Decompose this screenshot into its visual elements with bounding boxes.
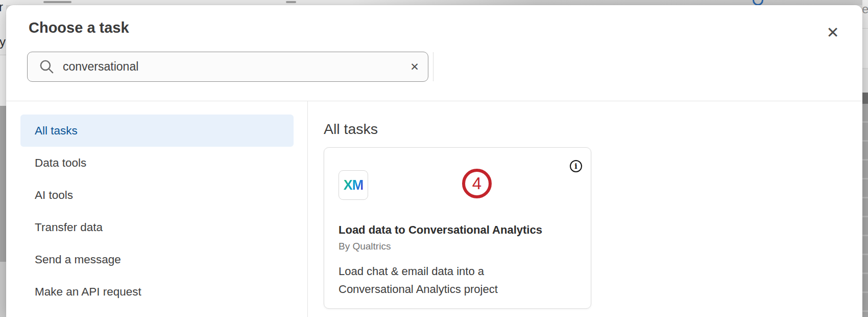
scrollbar-thumb[interactable] — [862, 93, 868, 104]
task-card-load-data-to-conversational-analytics[interactable]: XM 4 i Load data to Conversational Analy… — [324, 147, 591, 309]
background-clipped-text: e — [862, 2, 868, 16]
background-left-edge — [0, 262, 6, 317]
background-left-edge — [0, 55, 6, 106]
sidebar-item-label: All tasks — [35, 124, 78, 138]
sidebar-item-all-tasks[interactable]: All tasks — [20, 115, 294, 147]
background-right-edge — [862, 104, 868, 317]
modal-title: Choose a task — [29, 19, 129, 36]
search-input[interactable]: conversational ✕ — [27, 52, 428, 82]
sidebar-item-label: Data tools — [35, 156, 86, 170]
search-icon — [39, 59, 55, 75]
xm-logo-text: XM — [344, 177, 364, 193]
background-right-edge — [862, 69, 868, 93]
close-icon: ✕ — [826, 24, 839, 41]
search-input-value: conversational — [63, 60, 404, 74]
background-text-fragment — [286, 1, 296, 3]
sidebar-item-transfer-data[interactable]: Transfer data — [20, 211, 294, 243]
sidebar-item-label: Transfer data — [35, 221, 103, 234]
annotation-click-target-badge: 4 — [462, 169, 492, 198]
info-button[interactable]: i — [570, 160, 582, 172]
background-right-edge: e — [862, 0, 868, 28]
sidebar-item-label: AI tools — [35, 189, 73, 202]
results-heading: All tasks — [324, 121, 378, 138]
task-card-byline: By Qualtrics — [339, 241, 391, 252]
background-left-edge — [0, 106, 6, 262]
background-left-edge: r y — [0, 0, 6, 55]
annotation-number: 4 — [472, 174, 481, 193]
info-icon: i — [574, 162, 577, 170]
background-page-top-strip — [6, 0, 862, 5]
pane-divider — [307, 101, 308, 317]
search-side-divider — [433, 52, 433, 81]
sidebar-item-ai-tools[interactable]: AI tools — [20, 179, 294, 211]
task-card-title: Load data to Conversational Analytics — [339, 223, 578, 237]
choose-task-modal: Choose a task ✕ conversational ✕ All tas… — [6, 5, 862, 317]
background-clipped-text: r — [0, 0, 3, 14]
background-right-edge — [862, 29, 868, 68]
task-card-description: Load chat & email data into a Conversati… — [339, 262, 527, 298]
clear-icon: ✕ — [410, 61, 419, 73]
close-button[interactable]: ✕ — [821, 20, 845, 44]
task-category-sidebar: All tasks Data tools AI tools Transfer d… — [20, 115, 294, 308]
qualtrics-xm-logo: XM — [339, 170, 368, 200]
sidebar-item-make-an-api-request[interactable]: Make an API request — [20, 276, 294, 308]
sidebar-item-label: Make an API request — [35, 285, 141, 299]
sidebar-item-send-a-message[interactable]: Send a message — [20, 243, 294, 276]
background-text-fragment — [43, 1, 71, 3]
sidebar-item-data-tools[interactable]: Data tools — [20, 147, 294, 179]
header-divider — [6, 101, 862, 101]
sidebar-item-label: Send a message — [35, 253, 121, 266]
background-clipped-text: y — [0, 35, 6, 49]
clear-search-button[interactable]: ✕ — [404, 57, 425, 77]
